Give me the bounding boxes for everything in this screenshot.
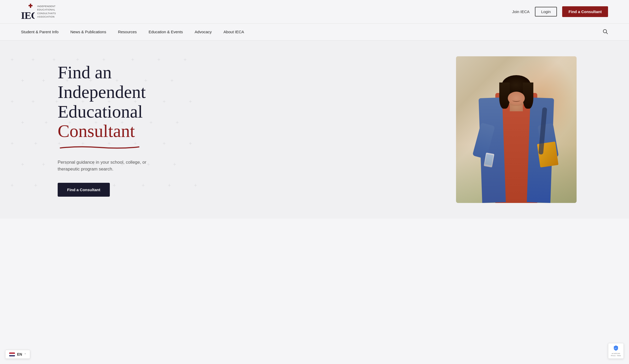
header-actions: Join IECA Login Find a Consultant xyxy=(512,6,608,17)
search-icon[interactable] xyxy=(602,29,608,36)
nav-item-news-publications[interactable]: News & Publications xyxy=(70,30,106,34)
nav-item-education-events[interactable]: Education & Events xyxy=(149,30,183,34)
logo-tagline: INDEPENDENT EDUCATIONAL CONSULTANTS ASSO… xyxy=(37,5,56,19)
nav-item-about-ieca[interactable]: About IECA xyxy=(224,30,244,34)
hero-title-consultant: Consultant xyxy=(58,121,135,141)
svg-line-4 xyxy=(606,32,608,34)
hero-student-image xyxy=(456,56,577,203)
chevron-up-icon: ⌃ xyxy=(24,353,26,356)
hero-title: Find an Independent Educational Consulta… xyxy=(58,63,157,141)
nav-item-advocacy[interactable]: Advocacy xyxy=(195,30,212,34)
site-header: IECA INDEPENDENT EDUCATIONAL CONSULTANTS… xyxy=(0,0,629,24)
find-consultant-header-button[interactable]: Find a Consultant xyxy=(562,6,608,17)
recaptcha-badge: rC reCAPTCHAPrivacy - Terms xyxy=(608,343,624,359)
recaptcha-shield-icon: rC xyxy=(613,345,619,352)
nav-item-student-parent[interactable]: Student & Parent Info xyxy=(21,30,58,34)
language-switcher[interactable]: EN ⌃ xyxy=(5,350,30,359)
hero-section: + + + + + + + + + + + + + + + + + + + + … xyxy=(0,41,629,219)
nav-links-list: Student & Parent Info News & Publication… xyxy=(21,30,244,34)
svg-rect-1 xyxy=(29,5,32,6)
nav-item-resources[interactable]: Resources xyxy=(118,30,137,34)
logo-area[interactable]: IECA INDEPENDENT EDUCATIONAL CONSULTANTS… xyxy=(21,4,56,20)
join-ieca-link[interactable]: Join IECA xyxy=(512,9,530,14)
svg-text:IECA: IECA xyxy=(21,10,35,20)
underline-swash xyxy=(58,145,142,150)
login-button[interactable]: Login xyxy=(535,7,557,16)
find-consultant-hero-button[interactable]: Find a Consultant xyxy=(58,183,110,197)
hero-left-panel: Find an Independent Educational Consulta… xyxy=(58,63,157,197)
logo-icon: IECA xyxy=(21,4,35,20)
main-navigation: Student & Parent Info News & Publication… xyxy=(0,24,629,41)
us-flag-icon xyxy=(9,352,15,356)
language-code: EN xyxy=(17,352,22,356)
svg-text:rC: rC xyxy=(615,347,617,350)
recaptcha-text: reCAPTCHAPrivacy - Terms xyxy=(611,353,621,357)
hero-subtitle: Personal guidance in your school, colleg… xyxy=(58,159,157,172)
hero-content: Find an Independent Educational Consulta… xyxy=(0,41,629,219)
